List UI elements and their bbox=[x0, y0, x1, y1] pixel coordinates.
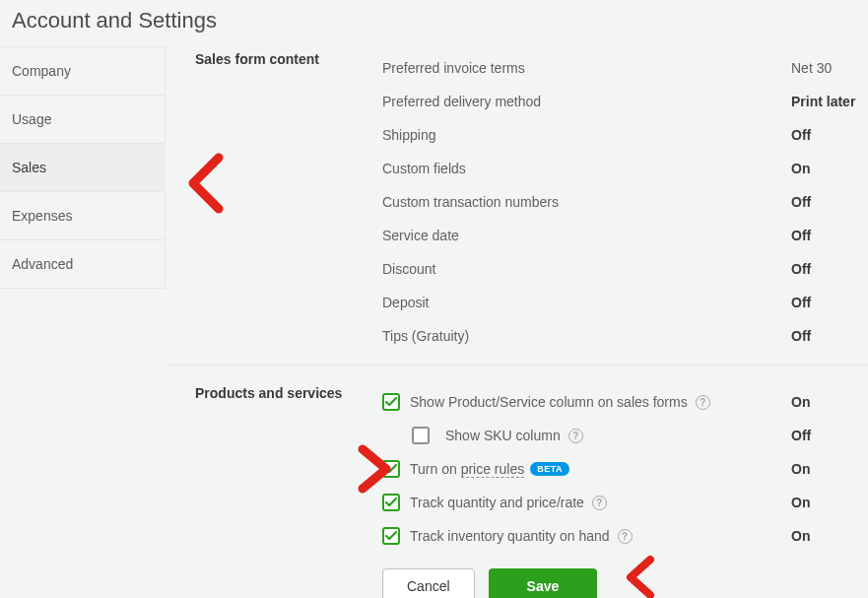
row-discount[interactable]: Discount Off bbox=[382, 252, 868, 286]
checkbox-price-rules[interactable] bbox=[382, 460, 400, 478]
row-label: Track quantity and price/rate ? bbox=[410, 495, 791, 510]
row-label: Service date bbox=[382, 228, 791, 243]
row-value: Off bbox=[791, 328, 868, 344]
check-icon bbox=[385, 463, 397, 475]
row-value: On bbox=[791, 495, 868, 510]
sidebar-item-sales[interactable]: Sales bbox=[0, 143, 166, 192]
row-value: On bbox=[791, 528, 868, 544]
sidebar-item-company[interactable]: Company bbox=[0, 46, 166, 96]
row-value: Off bbox=[791, 194, 868, 210]
row-value: Off bbox=[791, 228, 868, 243]
row-track-quantity-price-rate: Track quantity and price/rate ? On bbox=[382, 486, 868, 519]
row-show-product-service-column: Show Product/Service column on sales for… bbox=[382, 385, 868, 419]
help-icon[interactable]: ? bbox=[618, 529, 633, 544]
section-sales-form-content: Sales form content Preferred invoice ter… bbox=[166, 47, 868, 365]
sidebar-item-usage[interactable]: Usage bbox=[0, 95, 166, 144]
help-icon[interactable]: ? bbox=[568, 429, 583, 443]
checkbox-show-product-service[interactable] bbox=[382, 393, 400, 411]
row-label: Turn on price rules BETA bbox=[410, 461, 791, 477]
row-label: Tips (Gratuity) bbox=[382, 328, 791, 344]
row-show-sku-column: Show SKU column ? Off bbox=[382, 419, 868, 452]
section-label: Products and services bbox=[166, 385, 382, 598]
checkbox-track-inventory[interactable] bbox=[382, 527, 400, 545]
row-preferred-invoice-terms[interactable]: Preferred invoice terms Net 30 bbox=[382, 51, 868, 85]
row-label: Preferred delivery method bbox=[382, 94, 791, 109]
row-value: Print later bbox=[791, 94, 868, 109]
row-label: Deposit bbox=[382, 295, 791, 310]
row-tips-gratuity[interactable]: Tips (Gratuity) Off bbox=[382, 319, 868, 353]
section-products-and-services: Products and services Show Product/Servi… bbox=[166, 365, 868, 598]
help-icon[interactable]: ? bbox=[696, 395, 710, 410]
row-deposit[interactable]: Deposit Off bbox=[382, 286, 868, 319]
row-label: Track inventory quantity on hand ? bbox=[410, 528, 791, 544]
checkbox-track-quantity[interactable] bbox=[382, 494, 400, 511]
row-label: Shipping bbox=[382, 127, 791, 143]
help-icon[interactable]: ? bbox=[592, 496, 607, 510]
row-value: Off bbox=[791, 428, 868, 443]
row-track-inventory-quantity: Track inventory quantity on hand ? On bbox=[382, 519, 868, 553]
row-custom-transaction-numbers[interactable]: Custom transaction numbers Off bbox=[382, 185, 868, 219]
cancel-button[interactable]: Cancel bbox=[382, 568, 475, 598]
row-value: On bbox=[791, 394, 868, 410]
row-label: Custom fields bbox=[382, 161, 791, 176]
row-preferred-delivery-method[interactable]: Preferred delivery method Print later bbox=[382, 85, 868, 118]
row-value: Net 30 bbox=[791, 60, 868, 76]
row-value: Off bbox=[791, 295, 868, 310]
checkbox-show-sku[interactable] bbox=[412, 427, 430, 444]
row-turn-on-price-rules: Turn on price rules BETA On bbox=[382, 452, 868, 486]
row-value: On bbox=[791, 461, 868, 477]
row-custom-fields[interactable]: Custom fields On bbox=[382, 152, 868, 185]
check-icon bbox=[385, 396, 397, 408]
section-actions: Cancel Save bbox=[382, 568, 868, 598]
section-label: Sales form content bbox=[166, 51, 382, 353]
page-title: Account and Settings bbox=[0, 0, 868, 47]
row-value: On bbox=[791, 161, 868, 176]
save-button[interactable]: Save bbox=[489, 568, 598, 598]
sidebar-item-advanced[interactable]: Advanced bbox=[0, 239, 166, 289]
sidebar-item-expenses[interactable]: Expenses bbox=[0, 191, 166, 240]
row-label: Show Product/Service column on sales for… bbox=[410, 394, 791, 410]
check-icon bbox=[385, 530, 397, 542]
check-icon bbox=[385, 497, 397, 508]
settings-sidebar: Company Usage Sales Expenses Advanced bbox=[0, 47, 166, 598]
row-label: Preferred invoice terms bbox=[382, 60, 791, 76]
row-label: Discount bbox=[382, 261, 791, 277]
row-label: Show SKU column ? bbox=[382, 427, 791, 444]
row-shipping[interactable]: Shipping Off bbox=[382, 118, 868, 152]
settings-content: Sales form content Preferred invoice ter… bbox=[166, 47, 868, 598]
row-value: Off bbox=[791, 261, 868, 277]
row-value: Off bbox=[791, 127, 868, 143]
beta-badge: BETA bbox=[530, 462, 569, 476]
row-label: Custom transaction numbers bbox=[382, 194, 791, 210]
row-service-date[interactable]: Service date Off bbox=[382, 219, 868, 252]
